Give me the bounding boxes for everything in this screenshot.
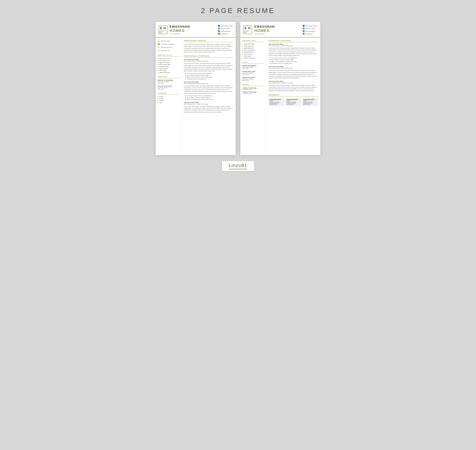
ref-company-3: Name of Company <box>303 101 317 103</box>
extra-school-3: University / England <box>242 78 264 80</box>
list-item: Hindi <box>158 102 179 103</box>
list-item: Logo Creation <box>242 53 264 55</box>
email-shape <box>158 47 160 48</box>
award-entry-2: YOUNG OF THE YEARS Foundation, 2001 <box>242 91 264 94</box>
job-bullets-1: Lorem ipsum dolor sit amet, consectetpis… <box>184 73 233 80</box>
phone-text: 009 333 44446 <box>161 40 170 42</box>
list-item: Web Programming <box>242 49 264 51</box>
list-item: Web Programming <box>158 64 179 65</box>
watermark-sub <box>229 169 247 169</box>
job-cont-company-2: your company name | Location | Date rang… <box>268 67 318 69</box>
job-cont-entry-3: JOB POSITION HERE your company name | Lo… <box>268 81 318 92</box>
language-section: LANGUAGE English Bangla Spanish Hindi <box>158 93 179 103</box>
bullet-sq <box>270 63 270 64</box>
resume-right-2: EXPERIENCE Continued JOB POSITION HERE y… <box>266 37 320 155</box>
personal-skill-section: PERSONAL SKILL Adobe After Effect User E… <box>242 40 264 59</box>
education-section: EDUCATION MASTER OF BUSINESS University … <box>158 76 179 90</box>
list-item: Cold Calling <box>242 55 264 57</box>
edu-entry-2: BACHALOR OF ARTS University / England 20… <box>158 85 179 90</box>
profile-text: Lorem ipsum dolor sit amet, consectetur … <box>184 43 233 53</box>
header-contact-1: f @ewasonan homes t @uruser_name w @user… <box>218 25 233 35</box>
bullet-sq <box>185 78 186 79</box>
job-cont-bullets-1: Lorem ipsum dolor sit amet, consectetpis… <box>268 57 318 64</box>
bullet <box>158 68 158 69</box>
address-icon <box>158 43 160 45</box>
job-cont-title-1: JOB POSITION HERE <box>268 43 318 45</box>
personal-skill-title: PERSONAL SKILL <box>242 40 264 42</box>
resume-left-1: ✆ 009 333 44446 1234 road, City, State <box>156 37 182 155</box>
twitter-icon-2: t <box>303 28 305 30</box>
ref-card-2: JONATHOM SMITH Position Name of Company … <box>285 98 301 106</box>
header-firstname-1: EWASONAN <box>170 25 216 29</box>
ref-position-3: Position <box>303 100 317 101</box>
resumes-container: E H 25th Mar, 20018 EWASONAN HOMES HR MA… <box>146 22 330 155</box>
list-item: Lorem ipsum dolor sit amet, consectetpis… <box>185 73 233 74</box>
website-text: yourdomin.com <box>161 50 170 51</box>
resume-page-1: E H 25th Mar, 20018 EWASONAN HOMES HR MA… <box>156 22 236 155</box>
edu-year-2: 2001- 2016 <box>158 88 179 90</box>
job-company-3: your company name | Location | Date rang… <box>184 103 233 105</box>
bullet <box>158 66 158 67</box>
skills-section: WORKING SKILLS Adobe After Effect User E… <box>158 54 179 73</box>
resume-left-2: PERSONAL SKILL Adobe After Effect User E… <box>240 37 266 155</box>
bullet <box>158 101 158 101</box>
contact-facebook-text-2: @ewasonan homes <box>305 25 317 27</box>
profile-title: PROFESSIONAL PROFILE <box>184 40 233 42</box>
instagram-icon-2: @ <box>303 33 305 35</box>
bullet <box>158 58 158 59</box>
header-logo-2: E H 25th Mar, 20018 <box>243 25 252 34</box>
language-title: LANGUAGE <box>158 93 179 95</box>
bullet <box>242 58 243 59</box>
job-company-2: your company name | Location | Date rang… <box>184 83 233 84</box>
bullet-sq <box>185 97 186 98</box>
bullet <box>158 60 158 61</box>
list-item: aliqua. Ut enim ad minim veniam, quis no… <box>185 99 233 100</box>
page-title: 2 PAGE RESUME <box>201 7 275 15</box>
address-line: 1234 road, City, State <box>158 43 179 45</box>
list-item: exercitation ulins nisi ut aliquip ex ea <box>185 78 233 80</box>
list-item: Digital Illustration <box>158 62 179 63</box>
list-item: Logo Creation <box>158 68 179 69</box>
job-cont-desc-3: Lorem ipsum dolor sit amet, consectetur … <box>268 84 318 92</box>
ref-name-3: JONATHOM SMITH <box>303 99 317 100</box>
job-cont-company-1: your company name | Location | Date rang… <box>268 45 318 47</box>
bullet-sq <box>185 73 186 74</box>
contact-twitter-text-1: @uruser_name <box>221 28 230 29</box>
website-icon <box>158 49 160 52</box>
job-cont-entry-1: JOB POSITION HERE your company name | Lo… <box>268 43 318 64</box>
bullet <box>242 52 243 53</box>
edu-degree-1: MASTER OF BUSINESS <box>158 79 179 81</box>
edu-entry-1: MASTER OF BUSINESS University / England … <box>158 79 179 84</box>
bullet <box>158 102 158 103</box>
list-item: aliqua. Ut enim ad minim veniam, quis no… <box>185 76 233 78</box>
bullet <box>158 64 158 65</box>
header-name-block-2: EWASONAN HOMES HR MANAGER <box>254 25 300 35</box>
job-title-1: JOB POSITION HERE <box>184 59 233 60</box>
education-title: EDUCATION <box>158 76 179 78</box>
list-item: Lorem ipsum dolor sit amet, consectetpis… <box>185 95 233 96</box>
extra-entry-1: MASTER OF BUSINESS University / England … <box>242 65 264 70</box>
job-title-2: JOB POSITION HERE <box>184 81 233 83</box>
job-cont-entry-2: JOB POSITION HERE your company name | Lo… <box>268 66 318 79</box>
contact-facebook-text-1: @ewasonan homes <box>221 25 233 27</box>
resume-header-1: E H 25th Mar, 20018 EWASONAN HOMES HR MA… <box>156 22 236 37</box>
list-item: User Experience <box>242 45 264 47</box>
bullet-sq <box>270 61 270 62</box>
ref-email-2: info@domain.com <box>286 103 300 104</box>
experience-cont-section: EXPERIENCE Continued JOB POSITION HERE y… <box>268 40 318 92</box>
job-cont-title-2: JOB POSITION HERE <box>268 66 318 67</box>
skills-title: WORKING SKILLS <box>158 54 179 57</box>
extra-entry-2: BACHALOR OF ARTS University / England 20… <box>242 71 264 75</box>
job-title-3: JOB POSITION HERE <box>184 102 233 103</box>
ref-phone-3: 88 3334 5556 <box>303 104 317 105</box>
resume-header-2: E H 25th Mar, 20018 EWASONAN HOMES HR MA… <box>240 22 320 37</box>
list-item: Lorem ipsum dolor sit amet, consectetpis… <box>270 57 318 59</box>
contact-twitter-text-2: @uruser_name <box>305 28 315 29</box>
ref-card-3: JONATHOM SMITH Position Name of Company … <box>302 98 318 106</box>
website-line: yourdomin.com <box>158 49 179 52</box>
twitter-icon-1: t <box>218 28 220 30</box>
contact-twitter-1: t @uruser_name <box>218 28 233 30</box>
contact-instagram-text-1: @instagram <box>221 33 228 35</box>
job-bullets-2: Lorem ipsum dolor sit amet, consectetpis… <box>184 95 233 100</box>
extra-year-2: 2001- 2016 <box>242 74 264 75</box>
